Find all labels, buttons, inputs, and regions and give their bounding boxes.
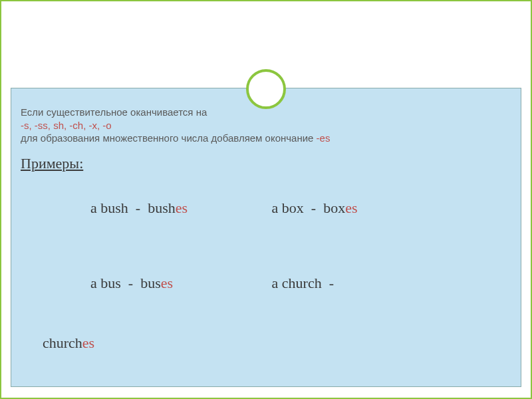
example-row: a tomato - tomatoes a glass - glasses [21,378,511,399]
example-row: a bus - buses a church - [21,255,511,313]
examples-header: Примеры: [21,154,511,174]
rule-line2a: для образования множественного числа доб… [21,132,317,144]
content-box: Если существительное оканчивается на -s,… [11,88,521,387]
example-suffix: es [161,275,173,291]
example-wrap-prefix: church [43,334,82,351]
example-gap [188,200,272,216]
example-row-wrap: churches [21,315,511,372]
slide-frame: Если существительное оканчивается на -s,… [0,0,532,399]
rule-endings: -s, -ss, sh, -ch, -x, -o [21,120,112,131]
example-gap [173,275,272,291]
example-singular-text: a bus - bus [90,275,161,291]
example-suffix: es [82,334,94,351]
example-col2: a box - boxes [272,199,358,218]
decor-circle-icon [246,69,286,109]
example-col2: a church - [272,275,341,291]
example-singular: a bush - bush [90,200,176,216]
example-singular: a bus - buses a church - [43,274,341,293]
rule-block: Если существительное оканчивается на -s,… [21,106,511,145]
example-suffix: es [176,200,188,216]
rule-suffix: -es [317,132,331,144]
example-row: a bush - bushes a box - boxes [21,180,511,237]
example-singular: a box - box [272,200,346,216]
rule-line1: Если существительное оканчивается на [21,106,207,118]
example-suffix: es [345,200,357,216]
